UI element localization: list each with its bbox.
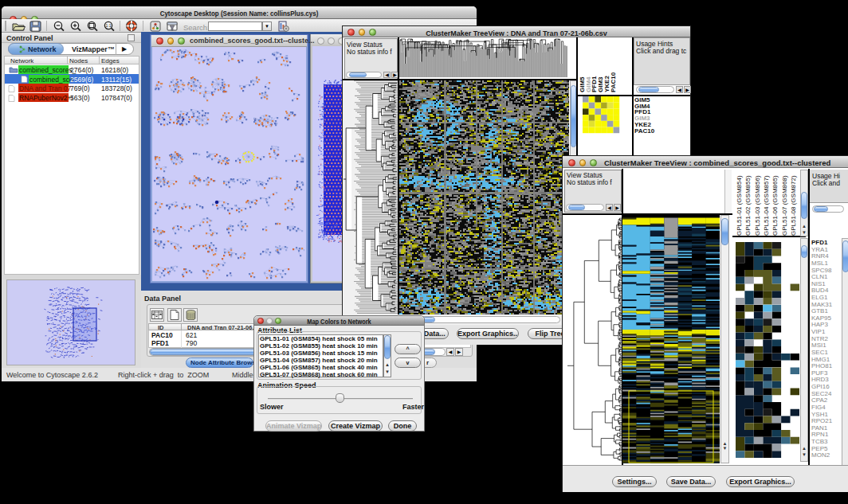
svg-text:1:1: 1:1 <box>106 23 112 28</box>
